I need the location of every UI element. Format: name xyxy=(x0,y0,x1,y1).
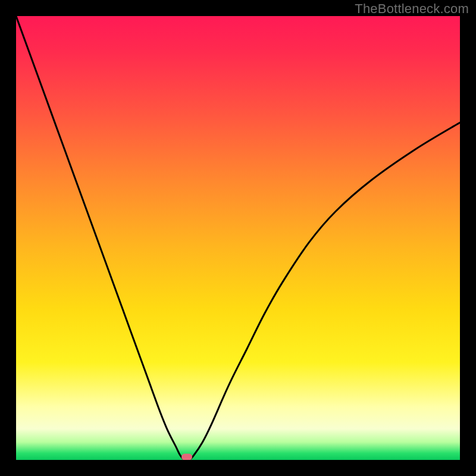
plot-area xyxy=(16,16,460,460)
minimum-marker xyxy=(181,454,192,461)
watermark-text: TheBottleneck.com xyxy=(355,1,469,17)
chart-frame: TheBottleneck.com xyxy=(0,0,476,476)
bottleneck-curve xyxy=(16,16,460,460)
